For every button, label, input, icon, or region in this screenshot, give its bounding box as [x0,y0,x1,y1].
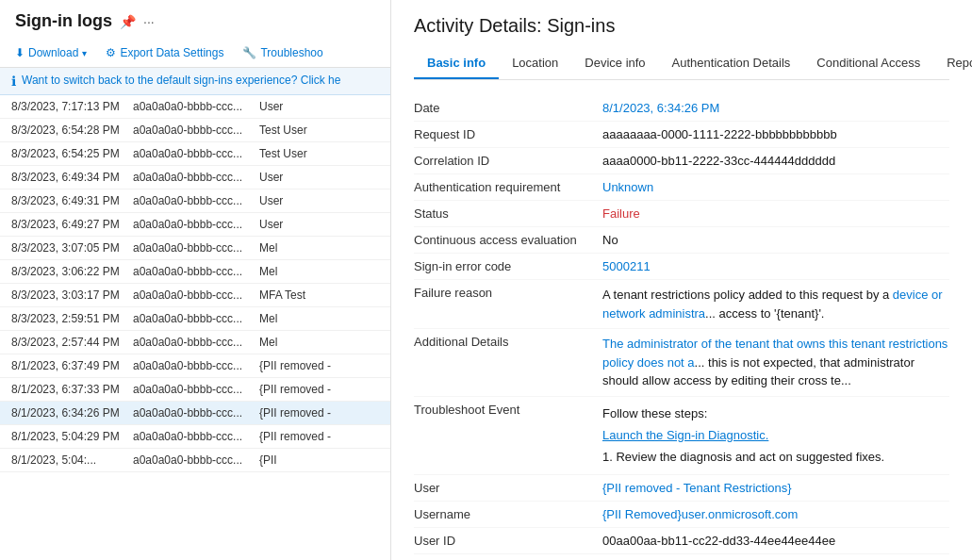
left-panel: Sign-in logs 📌 ··· ⬇ Download ▾ ⚙ Export… [0,0,391,560]
log-date: 8/3/2023, 6:49:31 PM [11,194,129,207]
log-date: 8/3/2023, 6:49:27 PM [11,218,129,231]
detail-row: StatusFailure [414,201,949,227]
detail-row: Sign-in error code5000211 [414,254,949,280]
download-button[interactable]: ⬇ Download ▾ [8,42,94,63]
info-icon: ℹ [11,74,16,89]
log-date: 8/1/2023, 6:37:49 PM [11,359,129,372]
table-row[interactable]: 8/1/2023, 6:37:33 PM a0a0a0a0-bbbb-ccc..… [0,378,390,402]
log-user: {PII removed - [259,383,379,396]
table-row[interactable]: 8/1/2023, 5:04:29 PM a0a0a0a0-bbbb-ccc..… [0,425,390,449]
detail-row: Failure reasonA tenant restrictions poli… [414,280,949,329]
table-row[interactable]: 8/3/2023, 6:49:34 PM a0a0a0a0-bbbb-ccc..… [0,166,390,189]
detail-value[interactable]: 8/1/2023, 6:34:26 PM [602,101,949,115]
detail-label: Status [414,206,602,221]
detail-label: Troubleshoot Event [414,403,602,417]
log-id: a0a0a0a0-bbbb-ccc... [133,100,255,113]
log-user: {PII removed - [259,406,379,420]
detail-value[interactable]: 5000211 [602,259,949,273]
table-row[interactable]: 8/3/2023, 2:57:44 PM a0a0a0a0-bbbb-ccc..… [0,331,390,354]
tab-conditional-access[interactable]: Conditional Access [803,48,933,79]
detail-label: User [414,481,602,495]
info-banner: ℹ Want to switch back to the default sig… [0,68,390,95]
tab-location[interactable]: Location [499,48,571,79]
log-user: User [259,100,379,113]
tabs: Basic infoLocationDevice infoAuthenticat… [414,48,949,80]
table-row[interactable]: 8/3/2023, 3:03:17 PM a0a0a0a0-bbbb-ccc..… [0,284,390,307]
detail-row: Date8/1/2023, 6:34:26 PM [414,95,949,122]
info-banner-text[interactable]: Want to switch back to the default sign-… [22,74,340,87]
export-data-settings-button[interactable]: ⚙ Export Data Settings [98,42,231,63]
detail-row: Request IDaaaaaaaa-0000-1111-2222-bbbbbb… [414,122,949,148]
detail-value[interactable]: Unknown [602,180,949,194]
detail-content: Date8/1/2023, 6:34:26 PMRequest IDaaaaaa… [391,80,972,560]
table-row[interactable]: 8/3/2023, 6:54:28 PM a0a0a0a0-bbbb-ccc..… [0,119,390,142]
detail-label: Sign-in error code [414,259,602,273]
detail-value: The administrator of the tenant that own… [602,335,949,390]
more-options-icon[interactable]: ··· [143,14,155,29]
detail-value: Follow these steps: Launch the Sign-in D… [602,403,949,469]
table-row[interactable]: 8/3/2023, 6:54:25 PM a0a0a0a0-bbbb-ccc..… [0,142,390,166]
detail-label: Additional Details [414,335,602,349]
detail-label: Username [414,507,602,521]
log-date: 8/3/2023, 3:06:22 PM [11,265,129,278]
tab-basic-info[interactable]: Basic info [414,48,499,79]
detail-row: Username{PII Removed}user.onmicrosoft.co… [414,502,949,528]
detail-label: Date [414,101,602,115]
failure-reason-text: A tenant restrictions policy added to th… [602,288,943,321]
tab-device-info[interactable]: Device info [571,48,658,79]
detail-value: A tenant restrictions policy added to th… [602,286,949,322]
log-table: 8/3/2023, 7:17:13 PM a0a0a0a0-bbbb-ccc..… [0,95,390,560]
log-user: User [259,194,379,207]
detail-row: User{PII removed - Tenant Restrictions} [414,475,949,502]
tab-authentication-details[interactable]: Authentication Details [659,48,804,79]
log-user: Mel [259,312,379,325]
log-id: a0a0a0a0-bbbb-ccc... [133,171,255,184]
table-row[interactable]: 8/3/2023, 3:06:22 PM a0a0a0a0-bbbb-ccc..… [0,260,390,284]
detail-value[interactable]: {PII Removed}user.onmicrosoft.com [602,507,949,521]
table-row[interactable]: 8/1/2023, 5:04:... a0a0a0a0-bbbb-ccc... … [0,449,390,472]
log-date: 8/3/2023, 7:17:13 PM [11,100,129,113]
detail-row: Continuous access evaluationNo [414,227,949,254]
log-id: a0a0a0a0-bbbb-ccc... [133,147,255,160]
log-date: 8/1/2023, 6:37:33 PM [11,383,129,396]
detail-label: User ID [414,534,602,548]
detail-value: aaaa0000-bb11-2222-33cc-444444dddddd [602,154,949,168]
log-user: Mel [259,265,379,278]
table-row[interactable]: 8/1/2023, 6:34:26 PM a0a0a0a0-bbbb-ccc..… [0,402,390,425]
log-id: a0a0a0a0-bbbb-ccc... [133,124,255,137]
log-date: 8/1/2023, 5:04:... [11,453,129,467]
left-header: Sign-in logs 📌 ··· [0,0,390,39]
log-user: Mel [259,241,379,255]
table-row[interactable]: 8/3/2023, 6:49:31 PM a0a0a0a0-bbbb-ccc..… [0,189,390,213]
log-date: 8/3/2023, 2:57:44 PM [11,336,129,349]
troubleshoot-button[interactable]: 🔧 Troubleshoo [235,42,330,63]
detail-label: Failure reason [414,286,602,300]
table-row[interactable]: 8/3/2023, 6:49:27 PM a0a0a0a0-bbbb-ccc..… [0,213,390,237]
log-date: 8/3/2023, 3:03:17 PM [11,288,129,302]
table-row[interactable]: 8/3/2023, 7:17:13 PM a0a0a0a0-bbbb-ccc..… [0,95,390,119]
table-row[interactable]: 8/3/2023, 2:59:51 PM a0a0a0a0-bbbb-ccc..… [0,307,390,331]
detail-value: aaaaaaaa-0000-1111-2222-bbbbbbbbbbbb [602,127,949,141]
detail-row: Authentication requirementUnknown [414,174,949,201]
troubleshoot-step: 1. Review the diagnosis and act on sugge… [602,446,949,468]
detail-label: Correlation ID [414,154,602,168]
troubleshoot-content: Follow these steps: Launch the Sign-in D… [602,403,949,469]
log-id: a0a0a0a0-bbbb-ccc... [133,430,255,443]
chevron-down-icon: ▾ [82,48,87,58]
log-id: a0a0a0a0-bbbb-ccc... [133,383,255,396]
table-row[interactable]: 8/3/2023, 3:07:05 PM a0a0a0a0-bbbb-ccc..… [0,237,390,260]
detail-row: Troubleshoot Event Follow these steps: L… [414,397,949,475]
log-date: 8/1/2023, 5:04:29 PM [11,430,129,443]
troubleshoot-follow: Follow these steps: [602,403,949,424]
table-row[interactable]: 8/1/2023, 6:37:49 PM a0a0a0a0-bbbb-ccc..… [0,354,390,378]
log-date: 8/3/2023, 6:54:25 PM [11,147,129,160]
tab-report-only[interactable]: Report-only [933,48,972,79]
detail-value: 00aa00aa-bb11-cc22-dd33-44ee44ee44ee [602,534,949,548]
pin-icon[interactable]: 📌 [120,14,136,29]
log-user: {PII removed - [259,359,379,372]
log-id: a0a0a0a0-bbbb-ccc... [133,241,255,255]
detail-value[interactable]: {PII removed - Tenant Restrictions} [602,481,949,495]
log-user: {PII removed - [259,430,379,443]
launch-diagnostic-link[interactable]: Launch the Sign-in Diagnostic. [602,428,768,442]
log-date: 8/3/2023, 3:07:05 PM [11,241,129,255]
